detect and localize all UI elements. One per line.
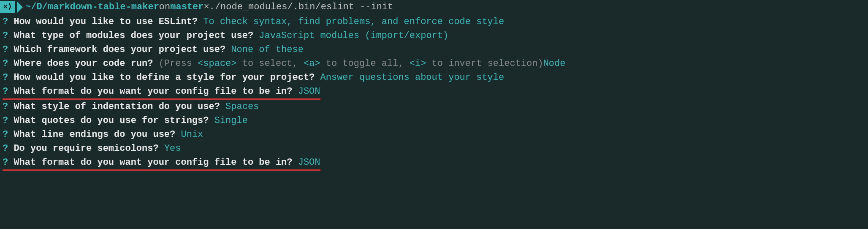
question-text: How would you like to use ESLint?: [8, 16, 203, 27]
qa-line: ? What quotes do you use for strings? Si…: [0, 114, 868, 128]
question-mark-icon: ?: [3, 16, 8, 27]
hint-text: to toggle all,: [320, 58, 410, 69]
question-mark-icon: ?: [3, 44, 8, 55]
hint-text: (Press: [159, 58, 198, 69]
answer-text: Node: [543, 58, 566, 69]
question-mark-icon: ?: [3, 58, 8, 69]
answer-text: To check syntax, find problems, and enfo…: [203, 16, 504, 27]
question-mark-icon: ?: [3, 115, 8, 126]
answer-text: Single: [214, 115, 248, 126]
question-mark-icon: ?: [3, 143, 8, 154]
question-mark-icon: ?: [3, 86, 8, 97]
question-mark-icon: ?: [3, 30, 8, 41]
question-text: What line endings do you use?: [8, 129, 181, 140]
answer-text: JSON: [298, 86, 320, 97]
answer-text: JSON: [298, 157, 320, 168]
on-separator: on: [159, 0, 170, 14]
qa-line: ? Which framework does your project use?…: [0, 43, 868, 57]
highlighted-line: ? What format do you want your config fi…: [3, 155, 320, 171]
question-text: What type of modules does your project u…: [8, 30, 259, 41]
qa-line: ? What type of modules does your project…: [0, 29, 868, 43]
question-text: Do you require semicolons?: [8, 143, 164, 154]
key-space: <space>: [198, 58, 236, 69]
qa-line: ? How would you like to define a style f…: [0, 71, 868, 85]
answer-text: Unix: [181, 129, 203, 140]
prompt-line: ⨯⟩ ~/D/markdown-table-maker on master × …: [0, 0, 868, 14]
question-text: Which framework does your project use?: [8, 44, 231, 55]
key-a: <a>: [304, 58, 320, 69]
question-mark-icon: ?: [3, 157, 8, 168]
answer-text: Yes: [164, 143, 181, 154]
question-mark-icon: ?: [3, 129, 8, 140]
command-text[interactable]: ./node_modules/.bin/eslint --init: [209, 0, 393, 14]
qa-line: ? What format do you want your config fi…: [0, 155, 868, 171]
qa-line: ? Do you require semicolons? Yes: [0, 142, 868, 155]
answer-text: None of these: [231, 44, 304, 55]
qa-line: ? What line endings do you use? Unix: [0, 128, 868, 142]
answer-text: Answer questions about your style: [320, 72, 505, 83]
question-text: What format do you want your config file…: [8, 86, 298, 97]
key-i: <i>: [410, 58, 426, 69]
prompt-arrow-icon: [17, 1, 23, 13]
hint-text: to select,: [237, 58, 304, 69]
qa-line: ? How would you like to use ESLint? To c…: [0, 15, 868, 29]
shell-icon: ⨯⟩: [0, 1, 15, 13]
question-mark-icon: ?: [3, 101, 8, 112]
question-mark-icon: ?: [3, 72, 8, 83]
qa-output: ? How would you like to use ESLint? To c…: [0, 15, 868, 171]
git-branch: master: [170, 0, 203, 14]
answer-text: Spaces: [225, 101, 259, 112]
question-text: What quotes do you use for strings?: [8, 115, 214, 126]
question-text: How would you like to define a style for…: [8, 72, 320, 83]
question-text: What format do you want your config file…: [8, 157, 298, 168]
hint-text: to invert selection): [426, 58, 543, 69]
question-text: Where does your code run?: [8, 58, 158, 69]
question-text: What style of indentation do you use?: [8, 101, 225, 112]
terminal-window: ⨯⟩ ~/D/markdown-table-maker on master × …: [0, 0, 868, 171]
qa-line: ? What style of indentation do you use? …: [0, 100, 868, 114]
qa-line: ? Where does your code run? (Press <spac…: [0, 57, 868, 71]
current-path: ~/D/markdown-table-maker: [25, 0, 159, 14]
qa-line: ? What format do you want your config fi…: [0, 85, 868, 100]
git-dirty-mark: ×: [203, 0, 209, 14]
highlighted-line: ? What format do you want your config fi…: [3, 85, 320, 100]
answer-text: JavaScript modules (import/export): [259, 30, 448, 41]
